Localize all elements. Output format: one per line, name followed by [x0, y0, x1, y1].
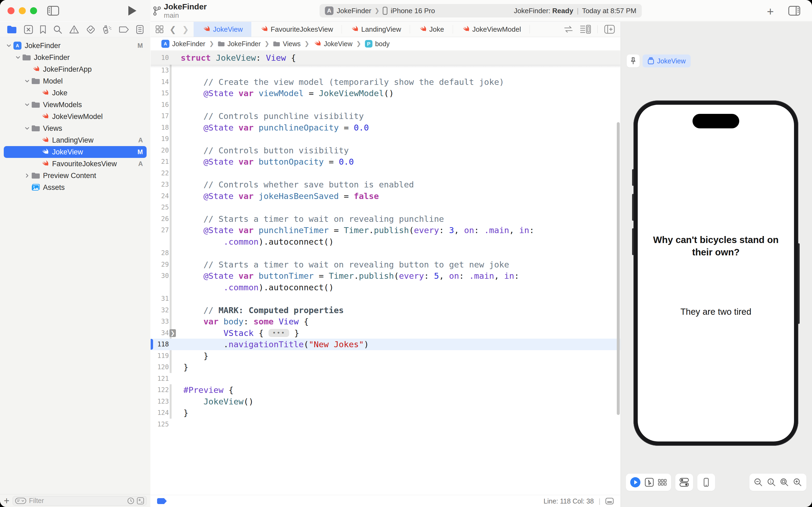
code-line[interactable]: 26 // Starts a timer to wait on revealin…	[151, 213, 620, 225]
sidebar-item-model[interactable]: Model	[4, 75, 147, 87]
sidebar-item-views[interactable]: Views	[4, 122, 147, 134]
sidebar-item-favouritejokesview[interactable]: FavouriteJokesViewA	[4, 158, 147, 170]
code-line[interactable]: 20 // Controls button visibility	[151, 145, 620, 156]
disclosure-chevron-icon[interactable]	[5, 43, 13, 49]
disclosure-chevron-icon[interactable]	[14, 55, 22, 60]
editor-grid-icon[interactable]	[156, 25, 164, 33]
code-line[interactable]: 29 // Starts a timer to wait on revealin…	[151, 259, 620, 270]
traffic-minimize-button[interactable]	[19, 7, 26, 14]
traffic-close-button[interactable]	[7, 7, 14, 14]
zoom-fit-icon[interactable]	[780, 478, 789, 487]
editor-scrollbar[interactable]	[617, 122, 620, 415]
preview-target-chip[interactable]: JokeView	[643, 55, 691, 67]
minimap-icon[interactable]	[580, 25, 591, 34]
scm-filter-icon[interactable]	[137, 497, 144, 505]
project-navigator-icon[interactable]	[7, 25, 17, 34]
selectable-mode-button[interactable]	[645, 478, 654, 487]
code-line[interactable]: 16	[151, 99, 620, 111]
breadcrumb-item-jokefinder[interactable]: JokeFinder	[218, 40, 261, 48]
code-line[interactable]: 18 @State var punchlineOpacity = 0.0	[151, 122, 620, 133]
scheme-project-label[interactable]: JokeFinder	[337, 7, 371, 15]
code-line[interactable]: 120}	[151, 361, 620, 373]
code-line[interactable]: 30 @State var buttonTimer = Timer.publis…	[151, 270, 620, 282]
tests-icon[interactable]	[86, 25, 96, 35]
tab-jokeview[interactable]: JokeView	[193, 22, 251, 37]
sidebar-toggle-icon[interactable]	[47, 6, 59, 15]
sidebar-item-jokeviewmodel[interactable]: JokeViewModel	[4, 111, 147, 122]
bookmarks-icon[interactable]	[40, 25, 46, 34]
code-line[interactable]: 22	[151, 168, 620, 179]
source-editor[interactable]: 10struct JokeView: View { 1314 // Create…	[151, 51, 620, 495]
pin-preview-button[interactable]	[627, 55, 640, 67]
disclosure-chevron-icon[interactable]	[23, 102, 31, 108]
code-line[interactable]: 23 // Controls whether save button is en…	[151, 179, 620, 190]
debug-icon[interactable]	[102, 25, 112, 35]
fold-chevron-icon[interactable]: ❯	[169, 329, 176, 337]
find-icon[interactable]	[53, 25, 62, 34]
source-control-icon[interactable]	[24, 25, 33, 34]
sidebar-item-jokefinderapp[interactable]: JokeFinderApp	[4, 63, 147, 75]
code-line[interactable]: 15 @State var viewModel = JokeViewModel(…	[151, 88, 620, 99]
code-line[interactable]: 19	[151, 133, 620, 145]
related-items-icon[interactable]	[564, 25, 573, 33]
code-line[interactable]: 31	[151, 293, 620, 304]
tab-jokeviewmodel[interactable]: JokeViewModel	[453, 22, 530, 37]
disclosure-chevron-icon[interactable]	[23, 173, 31, 179]
iphone-preview-device[interactable]: Why can't bicycles stand on their own? T…	[633, 101, 798, 446]
code-line[interactable]: 33 var body: some View {	[151, 316, 620, 327]
traffic-zoom-button[interactable]	[30, 7, 37, 14]
code-line[interactable]: 121	[151, 373, 620, 385]
sidebar-item-viewmodels[interactable]: ViewModels	[4, 99, 147, 111]
run-button[interactable]	[128, 6, 136, 15]
reports-icon[interactable]	[136, 25, 143, 34]
sidebar-item-assets[interactable]: Assets	[4, 181, 147, 193]
inspector-toggle-icon[interactable]	[789, 6, 800, 15]
filter-field[interactable]	[13, 496, 147, 506]
forward-button[interactable]: ❯	[182, 25, 189, 34]
code-line[interactable]: 21 @State var buttonOpacity = 0.0	[151, 156, 620, 168]
code-line[interactable]: 124}	[151, 407, 620, 419]
code-line[interactable]: 123 JokeView()	[151, 396, 620, 407]
live-preview-button[interactable]	[630, 477, 641, 488]
recent-filter-icon[interactable]	[127, 497, 134, 505]
breadcrumb-item-jokefinder[interactable]: AJokeFinder	[161, 40, 206, 48]
code-line[interactable]: .common).autoconnect()	[151, 236, 620, 247]
add-toolbar-button[interactable]: +	[767, 5, 774, 18]
back-button[interactable]: ❮	[169, 25, 176, 34]
tab-joke[interactable]: Joke	[410, 22, 453, 37]
filter-input[interactable]	[28, 497, 125, 505]
sidebar-item-jokeview[interactable]: JokeViewM	[4, 146, 147, 158]
breadcrumb-item-views[interactable]: Views	[273, 40, 300, 48]
code-line[interactable]: 24 @State var jokeHasBeenSaved = false	[151, 190, 620, 202]
scheme-device-label[interactable]: iPhone 16 Pro	[391, 7, 435, 15]
sidebar-item-joke[interactable]: Joke	[4, 87, 147, 99]
project-status-block[interactable]: JokeFinder main	[153, 2, 207, 19]
zoom-in-icon[interactable]	[793, 478, 802, 487]
device-settings-button[interactable]	[679, 478, 689, 487]
code-fold-pill[interactable]: •••	[269, 329, 289, 337]
code-line[interactable]: .common).autoconnect()	[151, 282, 620, 293]
breakpoint-indicator[interactable]	[157, 498, 167, 504]
code-line[interactable]: 32 // MARK: Computed properties	[151, 304, 620, 316]
variants-mode-button[interactable]	[658, 479, 667, 486]
preview-device-button[interactable]	[703, 478, 709, 487]
breadcrumb-item-body[interactable]: Pbody	[365, 40, 390, 48]
sidebar-item-landingview[interactable]: LandingViewA	[4, 134, 147, 146]
issues-icon[interactable]	[69, 25, 79, 34]
code-line[interactable]: 28	[151, 247, 620, 259]
sidebar-item-jokefinder[interactable]: JokeFinder	[4, 52, 147, 63]
code-line[interactable]: 119 }	[151, 350, 620, 362]
disclosure-chevron-icon[interactable]	[23, 78, 31, 84]
disclosure-chevron-icon[interactable]	[23, 125, 31, 131]
code-line[interactable]: 14 // Create the view model (temporarily…	[151, 76, 620, 88]
tab-favouritejokesview[interactable]: FavouriteJokesView	[251, 22, 342, 37]
tab-landingview[interactable]: LandingView	[342, 22, 409, 37]
sidebar-item-jokefinder[interactable]: AJokeFinderM	[4, 40, 147, 52]
sidebar-item-preview-content[interactable]: Preview Content	[4, 170, 147, 181]
breakpoints-icon[interactable]	[119, 26, 129, 33]
code-line[interactable]: 17 // Controls punchline visibility	[151, 110, 620, 122]
scheme-status-bar[interactable]: A JokeFinder ❯ iPhone 16 Pro JokeFinder:…	[320, 4, 642, 17]
breadcrumb-item-jokeview[interactable]: JokeView	[313, 40, 353, 48]
code-line-current[interactable]: 118 .navigationTitle("New Jokes")	[151, 339, 620, 350]
code-line[interactable]: 25	[151, 202, 620, 213]
